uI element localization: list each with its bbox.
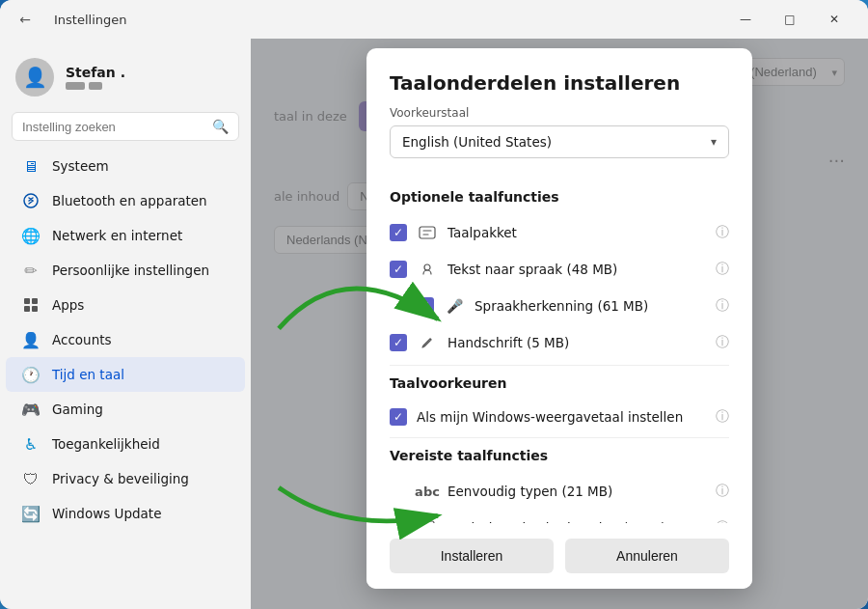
spraak-info[interactable]: ⓘ bbox=[716, 261, 729, 278]
typen-icon: abc bbox=[417, 481, 438, 502]
apps-icon bbox=[21, 295, 41, 315]
search-icon: 🔍 bbox=[212, 119, 229, 134]
checkbox-spraak[interactable]: ✓ bbox=[390, 261, 407, 278]
modal-body: Optionele taalfuncties ✓ Taalpakket ⓘ bbox=[366, 189, 752, 523]
typen-info[interactable]: ⓘ bbox=[716, 483, 729, 500]
user-section: 👤 Stefan . bbox=[0, 46, 251, 112]
sidebar-item-label: Bluetooth en apparaten bbox=[52, 193, 207, 208]
maximize-button[interactable]: □ bbox=[768, 4, 812, 35]
spraakherkenning-icon: 🎤 bbox=[444, 295, 465, 317]
netwerk-icon: 🌐 bbox=[21, 226, 41, 245]
update-icon: 🔄 bbox=[21, 504, 41, 523]
privacy-icon: 🛡 bbox=[21, 469, 41, 488]
voorkeurstaal-select[interactable]: English (United States) ▾ bbox=[390, 125, 729, 158]
systeem-icon: 🖥 bbox=[21, 156, 41, 176]
divider-1 bbox=[390, 365, 729, 366]
sidebar-item-apps[interactable]: Apps bbox=[6, 288, 245, 322]
sidebar-item-label: Netwerk en internet bbox=[52, 228, 182, 243]
modal-header: Taalonderdelen installeren Voorkeurstaal… bbox=[366, 48, 752, 189]
gaming-icon: 🎮 bbox=[21, 400, 41, 419]
search-box[interactable]: 🔍 bbox=[12, 112, 239, 141]
sidebar-item-label: Gaming bbox=[52, 401, 103, 417]
persoonlijk-icon: ✏ bbox=[21, 261, 41, 280]
checkbox-spraakherkenning[interactable]: ✓ bbox=[417, 297, 434, 315]
sidebar-item-label: Tijd en taal bbox=[52, 367, 124, 382]
taalpakket-info[interactable]: ⓘ bbox=[716, 224, 729, 241]
avatar: 👤 bbox=[15, 58, 54, 97]
user-dots bbox=[66, 82, 125, 90]
titlebar: ← Instellingen — □ ✕ bbox=[0, 0, 868, 39]
modal-overlay: Taalonderdelen installeren Voorkeurstaal… bbox=[251, 39, 868, 609]
close-button[interactable]: ✕ bbox=[812, 4, 856, 35]
check-item-handschrift: ✓ Handschrift (5 MB) ⓘ bbox=[390, 324, 729, 361]
cancel-button[interactable]: Annuleren bbox=[565, 539, 729, 573]
spraakherkenning-label: Spraakherkenning (61 MB) bbox=[475, 298, 706, 314]
accounts-icon: 👤 bbox=[21, 330, 41, 349]
taalvoorkeuren-title: Taalvoorkeuren bbox=[390, 375, 729, 391]
install-button[interactable]: Installeren bbox=[390, 539, 554, 573]
sidebar-item-bluetooth[interactable]: Bluetooth en apparaten bbox=[6, 183, 245, 218]
sidebar-item-label: Privacy & beveiliging bbox=[52, 471, 189, 486]
check-item-typen: abc Eenvoudig typen (21 MB) ⓘ bbox=[390, 473, 729, 510]
titlebar-nav: ← Instellingen bbox=[12, 6, 127, 33]
taalpakket-icon bbox=[417, 222, 438, 243]
sidebar: 👤 Stefan . 🔍 🖥 Systeem bbox=[0, 39, 251, 609]
check-item-taalpakket: ✓ Taalpakket ⓘ bbox=[390, 214, 729, 251]
check-item-weergavetaal: ✓ Als mijn Windows-weergavetaal instelle… bbox=[390, 401, 729, 433]
svg-point-6 bbox=[424, 264, 430, 270]
voorkeurstaal-label: Voorkeurstaal bbox=[390, 106, 729, 120]
sidebar-item-label: Accounts bbox=[52, 332, 112, 347]
vereiste-title: Vereiste taalfuncties bbox=[390, 448, 729, 463]
right-content: Nederlands (Nederland) ▾ taal in deze Ee… bbox=[251, 39, 868, 609]
typen-label: Eenvoudig typen (21 MB) bbox=[448, 484, 706, 499]
spraakherkenning-info[interactable]: ⓘ bbox=[716, 297, 729, 315]
svg-point-0 bbox=[24, 194, 38, 208]
sidebar-item-persoonlijk[interactable]: ✏ Persoonlijke instellingen bbox=[6, 253, 245, 288]
voorkeurstaal-arrow: ▾ bbox=[711, 135, 717, 149]
weergavetaal-label: Als mijn Windows-weergavetaal instellen bbox=[417, 409, 706, 425]
main-content: 👤 Stefan . 🔍 🖥 Systeem bbox=[0, 39, 868, 609]
user-dot-1 bbox=[66, 82, 85, 90]
settings-window: ← Instellingen — □ ✕ 👤 Stefan . bbox=[0, 0, 868, 609]
checkbox-taalpakket[interactable]: ✓ bbox=[390, 224, 407, 241]
sidebar-item-label: Apps bbox=[52, 297, 84, 313]
window-title: Instellingen bbox=[54, 13, 127, 27]
sidebar-item-toegankelijkheid[interactable]: ♿ Toegankelijkheid bbox=[6, 427, 245, 461]
sidebar-item-label: Systeem bbox=[52, 158, 109, 174]
sidebar-item-systeem[interactable]: 🖥 Systeem bbox=[6, 149, 245, 183]
back-button[interactable]: ← bbox=[12, 6, 39, 33]
check-item-spraak: ✓ Tekst naar spraak (48 MB) ⓘ bbox=[390, 251, 729, 288]
voorkeurstaal-value: English (United States) bbox=[402, 134, 711, 150]
svg-rect-3 bbox=[24, 306, 30, 312]
sidebar-item-netwerk[interactable]: 🌐 Netwerk en internet bbox=[6, 218, 245, 253]
weergavetaal-info[interactable]: ⓘ bbox=[716, 408, 729, 426]
sidebar-item-tijd[interactable]: 🕐 Tijd en taal bbox=[6, 357, 245, 392]
modal-dialog: Taalonderdelen installeren Voorkeurstaal… bbox=[366, 48, 752, 589]
sidebar-item-update[interactable]: 🔄 Windows Update bbox=[6, 496, 245, 531]
toegankelijkheid-icon: ♿ bbox=[21, 434, 41, 454]
modal-title: Taalonderdelen installeren bbox=[390, 71, 729, 95]
svg-rect-1 bbox=[24, 298, 30, 304]
handschrift-icon bbox=[417, 332, 438, 353]
window-controls: — □ ✕ bbox=[723, 4, 856, 35]
search-input[interactable] bbox=[22, 120, 204, 134]
sidebar-item-privacy[interactable]: 🛡 Privacy & beveiliging bbox=[6, 461, 245, 496]
handschrift-info[interactable]: ⓘ bbox=[716, 334, 729, 351]
checkbox-weergavetaal[interactable]: ✓ bbox=[390, 408, 407, 426]
sidebar-item-accounts[interactable]: 👤 Accounts bbox=[6, 322, 245, 357]
avatar-icon: 👤 bbox=[23, 66, 47, 89]
handschrift-label: Handschrift (5 MB) bbox=[448, 335, 706, 350]
sidebar-item-label: Toegankelijkheid bbox=[52, 436, 160, 452]
spacer bbox=[390, 483, 407, 500]
sidebar-item-label: Windows Update bbox=[52, 506, 161, 521]
sidebar-item-gaming[interactable]: 🎮 Gaming bbox=[6, 392, 245, 427]
svg-rect-2 bbox=[32, 298, 38, 304]
user-info: Stefan . bbox=[66, 65, 125, 90]
svg-rect-4 bbox=[32, 306, 38, 312]
checkbox-handschrift[interactable]: ✓ bbox=[390, 334, 407, 351]
optionele-title: Optionele taalfuncties bbox=[390, 189, 729, 205]
minimize-button[interactable]: — bbox=[723, 4, 768, 35]
modal-footer: Installeren Annuleren bbox=[366, 523, 752, 589]
bluetooth-icon bbox=[21, 191, 41, 210]
tijd-icon: 🕐 bbox=[21, 365, 41, 384]
